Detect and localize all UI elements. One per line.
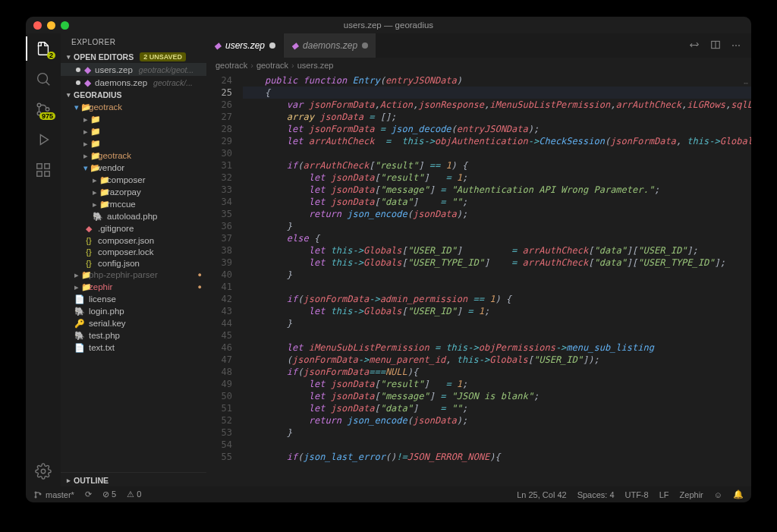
folder-item[interactable]: ▸ 📁zephir● [61,281,206,293]
status-bar: master* ⟳ ⊘ 5 ⚠ 0 Ln 25, Col 42 Spaces: … [26,486,751,502]
file-icon: ◆ [291,40,298,51]
folder-item[interactable]: ▸ 📁 [61,113,206,125]
svg-rect-7 [45,164,49,168]
code-area[interactable]: public function Entry(entryJSONData) { v… [243,73,751,486]
modified-indicator-icon: ● [198,283,202,291]
unsaved-dot-icon [76,80,80,85]
breadcrumb[interactable]: geotrack›geotrack›users.zep [206,58,751,73]
file-php-icon: 🐘 [74,331,85,341]
svg-point-10 [35,492,36,493]
svg-rect-6 [45,172,49,176]
window-title: users.zep — georadius [26,20,751,30]
file-item[interactable]: 🐘autoload.php [61,210,206,222]
folder-open-icon: ▾ 📂 [83,163,94,173]
extensions-icon[interactable] [34,161,52,179]
cursor-position[interactable]: Ln 25, Col 42 [517,490,566,499]
split-editor-icon[interactable] [710,39,721,52]
sidebar: EXPLORER ▾ OPEN EDITORS 2 UNSAVED ◆users… [61,33,206,486]
open-editor-item[interactable]: ◆daemons.zepgeotrack/... [61,76,206,89]
editor-main: ◆users.zep◆daemons.zep ⋯ geotrack›geotra… [206,33,751,486]
breadcrumb-segment[interactable]: geotrack [256,61,288,70]
outline-section[interactable]: ▸ OUTLINE [61,472,206,486]
svg-rect-4 [37,164,42,168]
svg-point-8 [41,469,46,474]
folder-icon: ▸ 📁 [83,151,94,161]
file-item[interactable]: {}composer.json [61,235,206,246]
activity-bar: 2 975 [26,33,61,486]
file-item[interactable]: 📄text.txt [61,342,206,354]
explorer-icon[interactable]: 2 [34,39,52,58]
workspace-section[interactable]: ▾ GEORADIUS [61,89,206,101]
editor-window: users.zep — georadius 2 975 [26,17,751,502]
branch-status[interactable]: master* [33,490,74,499]
file-txt-icon: 📄 [74,343,85,353]
settings-gear-icon[interactable] [34,462,52,480]
errors-status[interactable]: ⊘ 5 [102,490,116,499]
unsaved-badge: 2 UNSAVED [140,52,186,61]
warnings-status[interactable]: ⚠ 0 [127,490,141,499]
folder-icon: ▸ 📁 [93,187,103,197]
bell-icon[interactable]: 🔔 [733,490,744,499]
file-item[interactable]: {}config.json [61,257,206,269]
compare-icon[interactable] [689,39,700,52]
debug-icon[interactable] [34,131,52,149]
folder-item[interactable]: ▸ 📁php-zephir-parser● [61,269,206,281]
scm-icon[interactable]: 975 [34,100,52,118]
sync-status[interactable]: ⟳ [85,490,92,499]
code-editor[interactable]: 2425262728293031323334353637383940414243… [206,73,751,486]
svg-point-0 [38,74,48,83]
breadcrumb-segment[interactable]: users.zep [297,61,334,70]
file-item[interactable]: {}composer.lock [61,246,206,257]
chevron-down-icon: ▾ [67,53,71,61]
file-item[interactable]: 🔑serial.key [61,317,206,329]
sidebar-title: EXPLORER [61,33,206,51]
editor-tab[interactable]: ◆users.zep [206,33,284,58]
folder-open-icon: ▾ 📂 [74,102,85,112]
file-key-icon: 🔑 [74,319,85,329]
eol-status[interactable]: LF [659,490,669,499]
folder-item[interactable]: ▸ 📁 [61,137,206,150]
folder-icon: ▸ 📁 [83,127,94,137]
folder-item[interactable]: ▾ 📂vendor [61,162,206,174]
folder-item[interactable]: ▸ 📁composer [61,174,206,186]
explorer-badge: 2 [47,52,55,59]
file-item[interactable]: 🐘test.php [61,329,206,342]
editor-tab[interactable]: ◆daemons.zep [284,33,376,58]
file-item[interactable]: ◆.gitignore [61,222,206,235]
file-php-icon: 🐘 [74,307,85,316]
more-actions-icon[interactable]: ⋯ [731,40,741,51]
folder-item[interactable]: ▸ 📁geotrack [61,150,206,162]
file-php-icon: 🐘 [93,212,103,222]
folder-item[interactable]: ▾ 📂geotrack [61,101,206,113]
folder-icon: ▸ 📁 [83,115,94,124]
svg-point-1 [37,103,41,107]
folder-item[interactable]: ▸ 📁razorpay [61,186,206,198]
folder-item[interactable]: ▸ 📁 [61,125,206,137]
folder-icon: ▸ 📁 [74,270,85,280]
folder-item[interactable]: ▸ 📁rmccue [61,198,206,210]
folder-icon: ▸ 📁 [74,282,85,292]
encoding-status[interactable]: UTF-8 [625,490,649,499]
svg-point-11 [35,496,36,498]
scm-badge: 975 [39,112,55,120]
folder-icon: ▸ 📁 [93,200,103,209]
titlebar[interactable]: users.zep — georadius [26,17,751,33]
open-editors-section[interactable]: ▾ OPEN EDITORS 2 UNSAVED [61,51,206,63]
feedback-icon[interactable]: ☺ [714,490,722,499]
collapse-indicator-icon[interactable]: ⋯ [744,77,748,90]
file-json-icon: {} [83,236,94,245]
chevron-down-icon: ▾ [67,91,71,99]
svg-point-3 [46,108,49,112]
file-icon: ◆ [214,40,221,51]
file-item[interactable]: 📄license [61,293,206,305]
tab-unsaved-indicator[interactable] [362,42,368,49]
breadcrumb-segment[interactable]: geotrack [215,61,247,70]
language-status[interactable]: Zephir [680,490,703,499]
folder-icon: ▸ 📁 [93,175,103,185]
tabs: ◆users.zep◆daemons.zep ⋯ [206,33,751,58]
indent-status[interactable]: Spaces: 4 [577,490,615,499]
tab-unsaved-indicator[interactable] [269,42,275,49]
open-editor-item[interactable]: ◆users.zepgeotrack/geot... [61,63,206,76]
search-icon[interactable] [34,70,52,88]
file-item[interactable]: 🐘login.php [61,305,206,317]
